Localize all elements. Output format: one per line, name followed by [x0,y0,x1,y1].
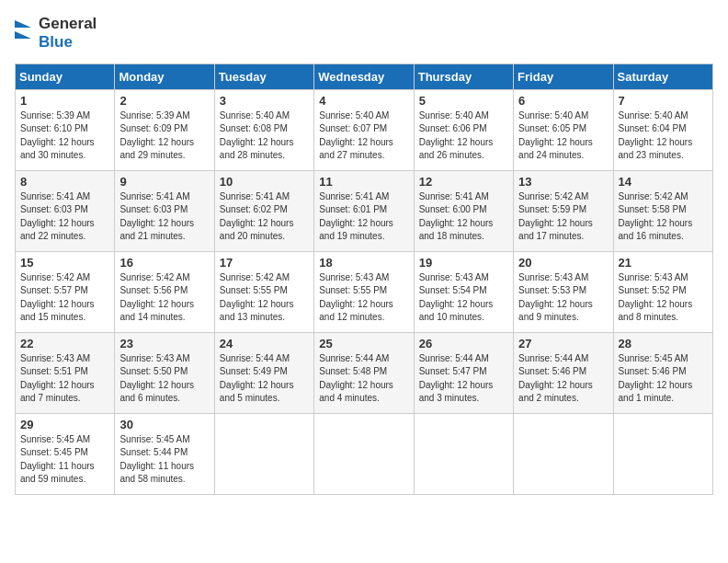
calendar-cell: 23Sunrise: 5:43 AM Sunset: 5:50 PM Dayli… [115,332,214,413]
day-number: 5 [419,94,508,108]
calendar-cell: 19Sunrise: 5:43 AM Sunset: 5:54 PM Dayli… [414,251,513,332]
day-number: 22 [20,337,109,350]
day-detail: Sunrise: 5:43 AM Sunset: 5:50 PM Dayligh… [119,352,209,406]
logo-general-text: General [39,15,97,33]
column-header-wednesday: Wednesday [314,63,414,89]
calendar-cell: 4Sunrise: 5:40 AM Sunset: 6:07 PM Daylig… [314,89,414,170]
day-detail: Sunrise: 5:43 AM Sunset: 5:52 PM Dayligh… [619,271,708,325]
calendar-cell: 1Sunrise: 5:39 AM Sunset: 6:10 PM Daylig… [16,89,115,170]
day-number: 23 [119,337,209,350]
day-detail: Sunrise: 5:44 AM Sunset: 5:49 PM Dayligh… [220,352,309,406]
day-detail: Sunrise: 5:41 AM Sunset: 6:00 PM Dayligh… [419,190,508,244]
day-detail: Sunrise: 5:45 AM Sunset: 5:45 PM Dayligh… [20,433,109,487]
calendar-cell: 14Sunrise: 5:42 AM Sunset: 5:58 PM Dayli… [613,170,712,251]
calendar-cell: 18Sunrise: 5:43 AM Sunset: 5:55 PM Dayli… [314,251,414,332]
calendar-cell: 25Sunrise: 5:44 AM Sunset: 5:48 PM Dayli… [314,332,414,413]
calendar-cell: 17Sunrise: 5:42 AM Sunset: 5:55 PM Dayli… [214,251,313,332]
day-detail: Sunrise: 5:40 AM Sunset: 6:06 PM Dayligh… [419,109,508,163]
day-number: 16 [119,256,209,270]
calendar-week-row: 1Sunrise: 5:39 AM Sunset: 6:10 PM Daylig… [16,89,713,170]
calendar-cell: 24Sunrise: 5:44 AM Sunset: 5:49 PM Dayli… [214,332,313,413]
calendar-week-row: 8Sunrise: 5:41 AM Sunset: 6:03 PM Daylig… [16,170,713,251]
day-detail: Sunrise: 5:43 AM Sunset: 5:54 PM Dayligh… [419,271,508,325]
day-detail: Sunrise: 5:40 AM Sunset: 6:04 PM Dayligh… [619,109,708,163]
column-header-thursday: Thursday [414,63,513,89]
calendar-week-row: 22Sunrise: 5:43 AM Sunset: 5:51 PM Dayli… [16,332,713,413]
calendar-table: SundayMondayTuesdayWednesdayThursdayFrid… [15,63,713,495]
day-number: 9 [119,175,209,189]
calendar-cell [613,413,712,494]
calendar-cell: 8Sunrise: 5:41 AM Sunset: 6:03 PM Daylig… [16,170,115,251]
day-detail: Sunrise: 5:41 AM Sunset: 6:02 PM Dayligh… [220,190,309,244]
day-number: 15 [20,256,109,270]
day-detail: Sunrise: 5:45 AM Sunset: 5:44 PM Dayligh… [119,433,209,487]
day-detail: Sunrise: 5:41 AM Sunset: 6:03 PM Dayligh… [20,190,109,244]
logo-arrow-icon [15,20,31,46]
day-number: 28 [619,337,708,350]
day-number: 24 [220,337,309,350]
day-number: 27 [518,337,608,350]
day-number: 1 [20,94,109,108]
day-number: 25 [319,337,408,350]
calendar-cell [214,413,313,494]
calendar-cell: 26Sunrise: 5:44 AM Sunset: 5:47 PM Dayli… [414,332,513,413]
svg-marker-1 [15,31,31,39]
day-number: 10 [220,175,309,189]
day-number: 20 [518,256,608,270]
calendar-cell [414,413,513,494]
calendar-cell: 13Sunrise: 5:42 AM Sunset: 5:59 PM Dayli… [514,170,613,251]
calendar-week-row: 29Sunrise: 5:45 AM Sunset: 5:45 PM Dayli… [16,413,713,494]
day-number: 8 [20,175,109,189]
day-detail: Sunrise: 5:41 AM Sunset: 6:03 PM Dayligh… [119,190,209,244]
calendar-cell: 3Sunrise: 5:40 AM Sunset: 6:08 PM Daylig… [214,89,313,170]
day-number: 13 [518,175,608,189]
calendar-cell: 5Sunrise: 5:40 AM Sunset: 6:06 PM Daylig… [414,89,513,170]
day-number: 26 [419,337,508,350]
day-detail: Sunrise: 5:43 AM Sunset: 5:53 PM Dayligh… [518,271,608,325]
day-number: 2 [119,94,209,108]
day-detail: Sunrise: 5:44 AM Sunset: 5:48 PM Dayligh… [319,352,408,406]
logo: General Blue [15,15,97,52]
day-number: 21 [619,256,708,270]
calendar-cell: 20Sunrise: 5:43 AM Sunset: 5:53 PM Dayli… [514,251,613,332]
calendar-cell: 15Sunrise: 5:42 AM Sunset: 5:57 PM Dayli… [16,251,115,332]
day-number: 7 [619,94,708,108]
calendar-cell: 22Sunrise: 5:43 AM Sunset: 5:51 PM Dayli… [16,332,115,413]
day-detail: Sunrise: 5:40 AM Sunset: 6:08 PM Dayligh… [220,109,309,163]
day-detail: Sunrise: 5:39 AM Sunset: 6:10 PM Dayligh… [20,109,109,163]
column-header-tuesday: Tuesday [214,63,313,89]
day-detail: Sunrise: 5:39 AM Sunset: 6:09 PM Dayligh… [119,109,209,163]
column-header-saturday: Saturday [613,63,712,89]
day-detail: Sunrise: 5:42 AM Sunset: 5:59 PM Dayligh… [518,190,608,244]
calendar-cell: 28Sunrise: 5:45 AM Sunset: 5:46 PM Dayli… [613,332,712,413]
day-number: 3 [220,94,309,108]
day-number: 14 [619,175,708,189]
column-header-friday: Friday [514,63,613,89]
day-detail: Sunrise: 5:44 AM Sunset: 5:47 PM Dayligh… [419,352,508,406]
day-detail: Sunrise: 5:45 AM Sunset: 5:46 PM Dayligh… [619,352,708,406]
calendar-week-row: 15Sunrise: 5:42 AM Sunset: 5:57 PM Dayli… [16,251,713,332]
day-number: 29 [20,418,109,431]
svg-marker-0 [15,20,31,28]
calendar-cell: 27Sunrise: 5:44 AM Sunset: 5:46 PM Dayli… [514,332,613,413]
calendar-cell [314,413,414,494]
day-detail: Sunrise: 5:40 AM Sunset: 6:07 PM Dayligh… [319,109,408,163]
column-header-monday: Monday [115,63,214,89]
calendar-cell: 10Sunrise: 5:41 AM Sunset: 6:02 PM Dayli… [214,170,313,251]
day-detail: Sunrise: 5:44 AM Sunset: 5:46 PM Dayligh… [518,352,608,406]
calendar-cell: 30Sunrise: 5:45 AM Sunset: 5:44 PM Dayli… [115,413,214,494]
day-number: 4 [319,94,408,108]
day-detail: Sunrise: 5:42 AM Sunset: 5:57 PM Dayligh… [20,271,109,325]
day-number: 6 [518,94,608,108]
day-detail: Sunrise: 5:42 AM Sunset: 5:56 PM Dayligh… [119,271,209,325]
calendar-cell: 11Sunrise: 5:41 AM Sunset: 6:01 PM Dayli… [314,170,414,251]
calendar-cell: 2Sunrise: 5:39 AM Sunset: 6:09 PM Daylig… [115,89,214,170]
calendar-cell: 9Sunrise: 5:41 AM Sunset: 6:03 PM Daylig… [115,170,214,251]
day-number: 17 [220,256,309,270]
day-detail: Sunrise: 5:40 AM Sunset: 6:05 PM Dayligh… [518,109,608,163]
calendar-header-row: SundayMondayTuesdayWednesdayThursdayFrid… [16,63,713,89]
column-header-sunday: Sunday [16,63,115,89]
page-header: General Blue [15,15,713,52]
day-number: 19 [419,256,508,270]
day-detail: Sunrise: 5:41 AM Sunset: 6:01 PM Dayligh… [319,190,408,244]
